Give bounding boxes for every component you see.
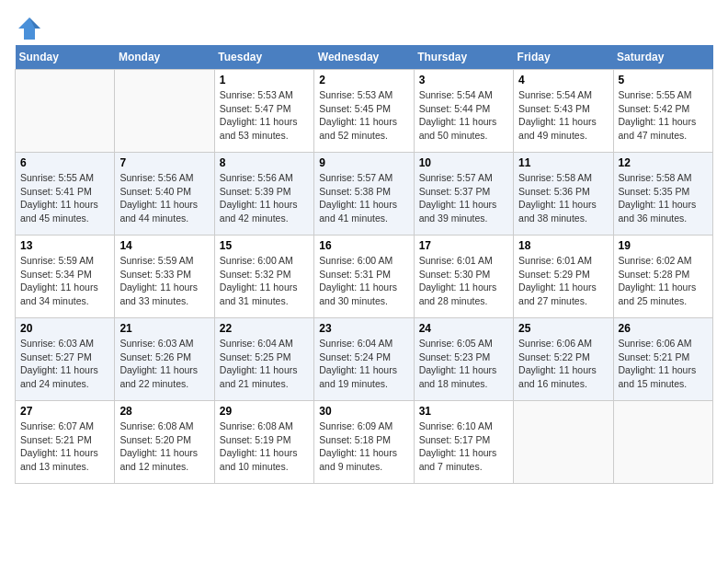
day-info: Sunrise: 6:02 AMSunset: 5:28 PMDaylight:… bbox=[619, 254, 708, 308]
day-info: Sunrise: 5:59 AMSunset: 5:33 PMDaylight:… bbox=[119, 254, 209, 308]
day-number: 12 bbox=[619, 156, 708, 169]
day-number: 28 bbox=[119, 405, 209, 418]
day-number: 31 bbox=[419, 405, 508, 418]
day-info: Sunrise: 6:01 AMSunset: 5:29 PMDaylight:… bbox=[518, 254, 608, 308]
day-number: 10 bbox=[419, 156, 508, 169]
weekday-header: Wednesday bbox=[314, 45, 414, 70]
day-number: 6 bbox=[20, 156, 109, 169]
calendar-week-row: 1Sunrise: 5:53 AMSunset: 5:47 PMDaylight… bbox=[16, 70, 713, 153]
day-info: Sunrise: 6:00 AMSunset: 5:31 PMDaylight:… bbox=[319, 254, 408, 308]
calendar-week-row: 27Sunrise: 6:07 AMSunset: 5:21 PMDayligh… bbox=[16, 401, 713, 484]
calendar-day-cell bbox=[514, 401, 613, 484]
day-number: 27 bbox=[20, 405, 109, 418]
day-number: 22 bbox=[220, 322, 309, 335]
calendar-day-cell: 6Sunrise: 5:55 AMSunset: 5:41 PMDaylight… bbox=[16, 153, 115, 236]
day-number: 9 bbox=[319, 156, 408, 169]
day-info: Sunrise: 5:57 AMSunset: 5:37 PMDaylight:… bbox=[419, 171, 508, 225]
calendar-day-cell: 13Sunrise: 5:59 AMSunset: 5:34 PMDayligh… bbox=[16, 236, 115, 318]
day-info: Sunrise: 5:59 AMSunset: 5:34 PMDaylight:… bbox=[20, 254, 109, 308]
day-number: 18 bbox=[518, 239, 608, 252]
calendar-day-cell: 26Sunrise: 6:06 AMSunset: 5:21 PMDayligh… bbox=[613, 318, 712, 401]
day-info: Sunrise: 6:04 AMSunset: 5:24 PMDaylight:… bbox=[319, 337, 408, 391]
day-info: Sunrise: 6:03 AMSunset: 5:26 PMDaylight:… bbox=[119, 337, 209, 391]
weekday-header: Thursday bbox=[414, 45, 513, 70]
day-number: 30 bbox=[319, 405, 408, 418]
day-info: Sunrise: 5:56 AMSunset: 5:39 PMDaylight:… bbox=[220, 171, 309, 225]
calendar-day-cell: 11Sunrise: 5:58 AMSunset: 5:36 PMDayligh… bbox=[514, 153, 613, 236]
day-info: Sunrise: 5:55 AMSunset: 5:42 PMDaylight:… bbox=[619, 88, 708, 143]
calendar-week-row: 20Sunrise: 6:03 AMSunset: 5:27 PMDayligh… bbox=[16, 318, 713, 401]
day-info: Sunrise: 6:10 AMSunset: 5:17 PMDaylight:… bbox=[419, 419, 508, 474]
day-number: 17 bbox=[419, 239, 508, 252]
day-number: 13 bbox=[20, 239, 109, 252]
day-info: Sunrise: 6:06 AMSunset: 5:21 PMDaylight:… bbox=[619, 337, 708, 391]
calendar-day-cell bbox=[613, 401, 712, 484]
day-number: 14 bbox=[119, 239, 209, 252]
day-number: 23 bbox=[319, 322, 408, 335]
calendar-day-cell: 21Sunrise: 6:03 AMSunset: 5:26 PMDayligh… bbox=[115, 318, 214, 401]
calendar-table: SundayMondayTuesdayWednesdayThursdayFrid… bbox=[15, 45, 713, 484]
calendar-day-cell: 7Sunrise: 5:56 AMSunset: 5:40 PMDaylight… bbox=[115, 153, 214, 236]
calendar-day-cell: 31Sunrise: 6:10 AMSunset: 5:17 PMDayligh… bbox=[414, 401, 513, 484]
day-info: Sunrise: 6:03 AMSunset: 5:27 PMDaylight:… bbox=[20, 337, 109, 391]
day-number: 1 bbox=[220, 74, 309, 86]
calendar-day-cell: 8Sunrise: 5:56 AMSunset: 5:39 PMDaylight… bbox=[214, 153, 313, 236]
weekday-header: Friday bbox=[514, 45, 613, 70]
day-number: 24 bbox=[419, 322, 508, 335]
day-info: Sunrise: 6:04 AMSunset: 5:25 PMDaylight:… bbox=[220, 337, 309, 391]
day-number: 2 bbox=[319, 74, 408, 86]
day-info: Sunrise: 6:07 AMSunset: 5:21 PMDaylight:… bbox=[20, 419, 109, 474]
calendar-day-cell: 4Sunrise: 5:54 AMSunset: 5:43 PMDaylight… bbox=[514, 70, 613, 153]
calendar-day-cell: 20Sunrise: 6:03 AMSunset: 5:27 PMDayligh… bbox=[16, 318, 115, 401]
day-info: Sunrise: 6:06 AMSunset: 5:22 PMDaylight:… bbox=[518, 337, 608, 391]
day-info: Sunrise: 6:00 AMSunset: 5:32 PMDaylight:… bbox=[220, 254, 309, 308]
day-info: Sunrise: 6:05 AMSunset: 5:23 PMDaylight:… bbox=[419, 337, 508, 391]
calendar-header-row: SundayMondayTuesdayWednesdayThursdayFrid… bbox=[16, 45, 713, 70]
day-info: Sunrise: 5:56 AMSunset: 5:40 PMDaylight:… bbox=[119, 171, 209, 225]
day-number: 8 bbox=[220, 156, 309, 169]
calendar-week-row: 13Sunrise: 5:59 AMSunset: 5:34 PMDayligh… bbox=[16, 236, 713, 318]
logo-icon bbox=[15, 16, 37, 34]
day-number: 26 bbox=[619, 322, 708, 335]
calendar-day-cell: 9Sunrise: 5:57 AMSunset: 5:38 PMDaylight… bbox=[314, 153, 414, 236]
calendar-day-cell bbox=[16, 70, 115, 153]
calendar-day-cell: 30Sunrise: 6:09 AMSunset: 5:18 PMDayligh… bbox=[314, 401, 414, 484]
calendar-day-cell: 3Sunrise: 5:54 AMSunset: 5:44 PMDaylight… bbox=[414, 70, 513, 153]
calendar-day-cell: 25Sunrise: 6:06 AMSunset: 5:22 PMDayligh… bbox=[514, 318, 613, 401]
logo bbox=[15, 15, 40, 34]
day-number: 15 bbox=[220, 239, 309, 252]
day-info: Sunrise: 6:08 AMSunset: 5:20 PMDaylight:… bbox=[119, 419, 209, 474]
day-info: Sunrise: 6:08 AMSunset: 5:19 PMDaylight:… bbox=[220, 419, 309, 474]
weekday-header: Tuesday bbox=[214, 45, 313, 70]
page-header bbox=[15, 15, 713, 34]
calendar-day-cell: 12Sunrise: 5:58 AMSunset: 5:35 PMDayligh… bbox=[613, 153, 712, 236]
day-number: 16 bbox=[319, 239, 408, 252]
calendar-day-cell: 29Sunrise: 6:08 AMSunset: 5:19 PMDayligh… bbox=[214, 401, 313, 484]
calendar-day-cell: 16Sunrise: 6:00 AMSunset: 5:31 PMDayligh… bbox=[314, 236, 414, 318]
calendar-day-cell: 1Sunrise: 5:53 AMSunset: 5:47 PMDaylight… bbox=[214, 70, 313, 153]
day-number: 5 bbox=[619, 74, 708, 86]
day-number: 11 bbox=[518, 156, 608, 169]
day-info: Sunrise: 5:53 AMSunset: 5:47 PMDaylight:… bbox=[220, 88, 309, 143]
calendar-day-cell: 23Sunrise: 6:04 AMSunset: 5:24 PMDayligh… bbox=[314, 318, 414, 401]
calendar-day-cell: 15Sunrise: 6:00 AMSunset: 5:32 PMDayligh… bbox=[214, 236, 313, 318]
calendar-day-cell: 24Sunrise: 6:05 AMSunset: 5:23 PMDayligh… bbox=[414, 318, 513, 401]
day-number: 21 bbox=[119, 322, 209, 335]
day-info: Sunrise: 5:58 AMSunset: 5:36 PMDaylight:… bbox=[518, 171, 608, 225]
weekday-header: Saturday bbox=[613, 45, 712, 70]
calendar-day-cell: 5Sunrise: 5:55 AMSunset: 5:42 PMDaylight… bbox=[613, 70, 712, 153]
day-number: 20 bbox=[20, 322, 109, 335]
day-number: 3 bbox=[419, 74, 508, 86]
day-number: 4 bbox=[518, 74, 608, 86]
calendar-day-cell: 28Sunrise: 6:08 AMSunset: 5:20 PMDayligh… bbox=[115, 401, 214, 484]
calendar-day-cell: 22Sunrise: 6:04 AMSunset: 5:25 PMDayligh… bbox=[214, 318, 313, 401]
day-info: Sunrise: 5:54 AMSunset: 5:44 PMDaylight:… bbox=[419, 88, 508, 143]
day-info: Sunrise: 5:57 AMSunset: 5:38 PMDaylight:… bbox=[319, 171, 408, 225]
weekday-header: Sunday bbox=[16, 45, 115, 70]
weekday-header: Monday bbox=[115, 45, 214, 70]
calendar-day-cell: 18Sunrise: 6:01 AMSunset: 5:29 PMDayligh… bbox=[514, 236, 613, 318]
calendar-week-row: 6Sunrise: 5:55 AMSunset: 5:41 PMDaylight… bbox=[16, 153, 713, 236]
calendar-day-cell: 27Sunrise: 6:07 AMSunset: 5:21 PMDayligh… bbox=[16, 401, 115, 484]
calendar-day-cell: 14Sunrise: 5:59 AMSunset: 5:33 PMDayligh… bbox=[115, 236, 214, 318]
day-number: 19 bbox=[619, 239, 708, 252]
